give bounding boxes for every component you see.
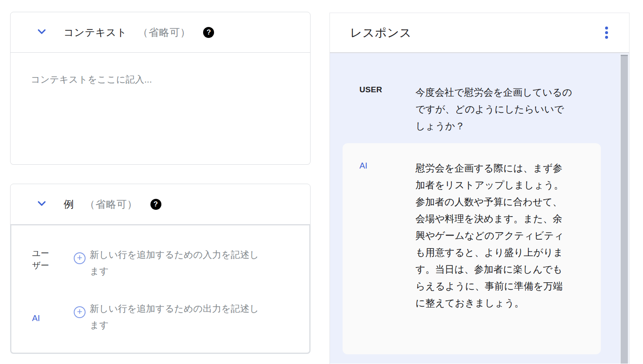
examples-panel-title: 例 — [64, 198, 74, 211]
context-panel-header[interactable]: コンテキスト （省略可） ? — [10, 12, 311, 53]
example-user-label: ユーザー — [32, 247, 52, 272]
example-ai-label: AI — [32, 312, 52, 324]
response-header: レスポンス — [330, 13, 629, 53]
add-circle-icon[interactable]: + — [74, 306, 86, 318]
response-title: レスポンス — [350, 25, 412, 41]
left-column: コンテキスト （省略可） ? 例 （省略可） ? — [10, 12, 311, 354]
help-icon[interactable]: ? — [203, 27, 214, 38]
ai-message-text: 慰労会を企画する際には、まず参加者をリストアップしましょう。参加者の人数や予算に… — [415, 160, 564, 311]
examples-panel-header[interactable]: 例 （省略可） ? — [10, 184, 311, 225]
prompt-design-page: コンテキスト （省略可） ? 例 （省略可） ? — [0, 0, 643, 364]
user-message: USER 今度会社で慰労会を企画しているのですが、どのようにしたらいいでしょうか… — [359, 84, 629, 134]
ai-message-card: AI 慰労会を企画する際には、まず参加者をリストアップしましょう。参加者の人数や… — [343, 143, 601, 354]
ai-role-label: AI — [359, 160, 415, 171]
example-ai-output-placeholder[interactable]: 新しい行を追加するための出力を記述します — [90, 300, 259, 333]
kebab-dot — [605, 31, 608, 34]
example-row-user: ユーザー + 新しい行を追加するための入力を記述します — [11, 246, 309, 279]
example-row-ai: AI + 新しい行を追加するための出力を記述します — [11, 300, 309, 333]
user-message-text: 今度会社で慰労会を企画しているのですが、どのようにしたらいいでしょうか？ — [415, 84, 572, 134]
examples-body: ユーザー + 新しい行を追加するための入力を記述します AI + 新しい行を追加… — [10, 224, 311, 354]
context-body — [10, 52, 311, 165]
kebab-dot — [605, 27, 608, 29]
add-circle-icon[interactable]: + — [74, 252, 86, 264]
context-panel: コンテキスト （省略可） ? — [10, 12, 311, 165]
scrollbar-track[interactable] — [620, 53, 629, 364]
examples-collapse-button[interactable] — [36, 198, 48, 210]
kebab-dot — [605, 36, 608, 39]
response-conversation: USER 今度会社で慰労会を企画しているのですが、どのようにしたらいいでしょうか… — [330, 53, 629, 364]
examples-optional-label: （省略可） — [85, 198, 138, 211]
response-panel: レスポンス USER 今度会社で慰労会を企画しているのですが、どのようにしたらい… — [330, 13, 630, 364]
ai-message: AI 慰労会を企画する際には、まず参加者をリストアップしましょう。参加者の人数や… — [359, 160, 601, 311]
scrollbar-thumb[interactable] — [621, 55, 628, 364]
context-input[interactable] — [11, 52, 310, 164]
help-icon[interactable]: ? — [150, 199, 161, 210]
context-optional-label: （省略可） — [138, 26, 190, 39]
user-role-label: USER — [359, 84, 415, 94]
example-user-input-placeholder[interactable]: 新しい行を追加するための入力を記述します — [90, 246, 259, 279]
context-collapse-button[interactable] — [36, 27, 48, 38]
examples-panel: 例 （省略可） ? ユーザー + 新しい行を追加するための入力を記述します AI… — [10, 184, 311, 354]
chevron-down-icon — [36, 26, 47, 38]
chevron-down-icon — [36, 198, 47, 210]
kebab-menu-icon[interactable] — [603, 24, 611, 41]
context-panel-title: コンテキスト — [64, 26, 127, 39]
